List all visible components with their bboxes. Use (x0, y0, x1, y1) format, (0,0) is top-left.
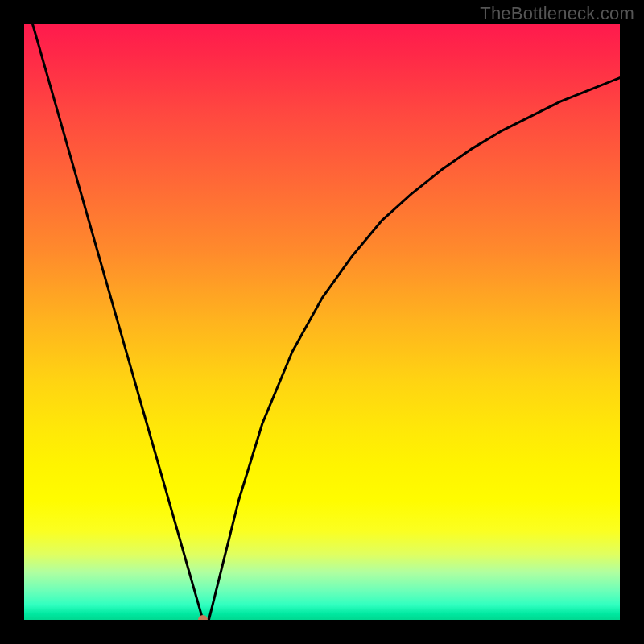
plot-area (24, 24, 620, 620)
bottleneck-curve (24, 24, 620, 620)
chart-svg (24, 24, 620, 620)
watermark-text: TheBottleneck.com (480, 3, 634, 24)
minimum-marker (198, 615, 208, 620)
